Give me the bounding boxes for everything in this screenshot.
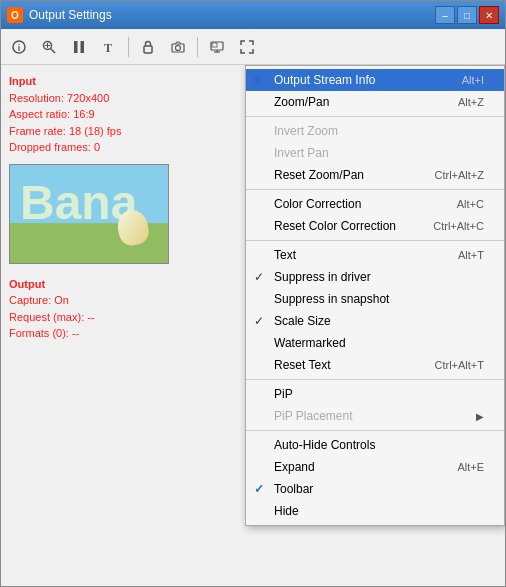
menu-separator-5 bbox=[246, 430, 504, 431]
toolbar-separator-2 bbox=[197, 37, 198, 57]
menu-item-suppress-in-snapshot[interactable]: Suppress in snapshot bbox=[246, 288, 504, 310]
app-icon: O bbox=[7, 7, 23, 23]
menu-item-invert-zoom: Invert Zoom bbox=[246, 120, 504, 142]
menu-item-text[interactable]: Text Alt+T bbox=[246, 244, 504, 266]
info-toolbar-btn[interactable]: i bbox=[5, 34, 33, 60]
svg-rect-7 bbox=[81, 41, 85, 53]
camera-toolbar-btn[interactable] bbox=[164, 34, 192, 60]
bullet-icon bbox=[254, 76, 262, 84]
menu-item-pip[interactable]: PiP bbox=[246, 383, 504, 405]
menu-label-pip-placement: PiP Placement bbox=[274, 409, 476, 423]
svg-rect-15 bbox=[212, 43, 217, 47]
window-controls: – □ ✕ bbox=[435, 6, 499, 24]
check-icon-toolbar: ✓ bbox=[254, 482, 264, 496]
menu-shortcut-output-stream-info: Alt+I bbox=[462, 74, 484, 86]
menu-separator-4 bbox=[246, 379, 504, 380]
menu-item-scale-size[interactable]: ✓ Scale Size bbox=[246, 310, 504, 332]
menu-label-suppress-in-snapshot: Suppress in snapshot bbox=[274, 292, 484, 306]
menu-shortcut-color-correction: Alt+C bbox=[457, 198, 484, 210]
menu-label-expand: Expand bbox=[274, 460, 437, 474]
menu-separator-2 bbox=[246, 189, 504, 190]
check-icon-scale-size: ✓ bbox=[254, 314, 264, 328]
svg-rect-9 bbox=[144, 46, 152, 53]
menu-label-zoom-pan: Zoom/Pan bbox=[274, 95, 438, 109]
text-toolbar-btn[interactable]: T bbox=[95, 34, 123, 60]
menu-label-color-correction: Color Correction bbox=[274, 197, 437, 211]
menu-label-hide: Hide bbox=[274, 504, 484, 518]
menu-label-auto-hide-controls: Auto-Hide Controls bbox=[274, 438, 484, 452]
menu-shortcut-expand: Alt+E bbox=[457, 461, 484, 473]
toolbar-separator-1 bbox=[128, 37, 129, 57]
menu-label-invert-zoom: Invert Zoom bbox=[274, 124, 484, 138]
menu-shortcut-text: Alt+T bbox=[458, 249, 484, 261]
menu-shortcut-zoom-pan: Alt+Z bbox=[458, 96, 484, 108]
check-icon-suppress-driver: ✓ bbox=[254, 270, 264, 284]
menu-item-reset-color-correction[interactable]: Reset Color Correction Ctrl+Alt+C bbox=[246, 215, 504, 237]
svg-point-11 bbox=[176, 45, 181, 50]
window-title: Output Settings bbox=[29, 8, 429, 22]
menu-separator-3 bbox=[246, 240, 504, 241]
menu-item-invert-pan: Invert Pan bbox=[246, 142, 504, 164]
context-menu: Output Stream Info Alt+I Zoom/Pan Alt+Z … bbox=[245, 65, 505, 526]
main-content: Input Resolution: 720x400 Aspect ratio: … bbox=[1, 65, 505, 586]
menu-label-toolbar: Toolbar bbox=[274, 482, 484, 496]
pause-toolbar-btn[interactable] bbox=[65, 34, 93, 60]
main-window: O Output Settings – □ ✕ i T bbox=[0, 0, 506, 587]
menu-item-output-stream-info[interactable]: Output Stream Info Alt+I bbox=[246, 69, 504, 91]
expand-toolbar-btn[interactable] bbox=[233, 34, 261, 60]
menu-label-invert-pan: Invert Pan bbox=[274, 146, 484, 160]
video-preview: Bana bbox=[9, 164, 169, 264]
menu-label-reset-color-correction: Reset Color Correction bbox=[274, 219, 413, 233]
menu-item-reset-zoom-pan[interactable]: Reset Zoom/Pan Ctrl+Alt+Z bbox=[246, 164, 504, 186]
svg-text:i: i bbox=[18, 43, 21, 53]
menu-label-pip: PiP bbox=[274, 387, 484, 401]
menu-shortcut-reset-color-correction: Ctrl+Alt+C bbox=[433, 220, 484, 232]
menu-shortcut-reset-text: Ctrl+Alt+T bbox=[434, 359, 484, 371]
menu-label-output-stream-info: Output Stream Info bbox=[274, 73, 442, 87]
zoom-toolbar-btn[interactable] bbox=[35, 34, 63, 60]
menu-label-scale-size: Scale Size bbox=[274, 314, 484, 328]
menu-label-reset-text: Reset Text bbox=[274, 358, 414, 372]
close-button[interactable]: ✕ bbox=[479, 6, 499, 24]
svg-text:T: T bbox=[104, 41, 112, 54]
menu-label-watermarked: Watermarked bbox=[274, 336, 484, 350]
menu-item-watermarked[interactable]: Watermarked bbox=[246, 332, 504, 354]
lock-toolbar-btn[interactable] bbox=[134, 34, 162, 60]
restore-button[interactable]: □ bbox=[457, 6, 477, 24]
menu-item-pip-placement: PiP Placement ▶ bbox=[246, 405, 504, 427]
menu-label-reset-zoom-pan: Reset Zoom/Pan bbox=[274, 168, 414, 182]
menu-item-suppress-in-driver[interactable]: ✓ Suppress in driver bbox=[246, 266, 504, 288]
submenu-arrow-pip-placement: ▶ bbox=[476, 411, 484, 422]
menu-label-text: Text bbox=[274, 248, 438, 262]
titlebar: O Output Settings – □ ✕ bbox=[1, 1, 505, 29]
minimize-button[interactable]: – bbox=[435, 6, 455, 24]
menu-item-reset-text[interactable]: Reset Text Ctrl+Alt+T bbox=[246, 354, 504, 376]
menu-item-expand[interactable]: Expand Alt+E bbox=[246, 456, 504, 478]
svg-rect-6 bbox=[74, 41, 78, 53]
menu-label-suppress-in-driver: Suppress in driver bbox=[274, 270, 484, 284]
monitor-toolbar-btn[interactable] bbox=[203, 34, 231, 60]
menu-item-hide[interactable]: Hide bbox=[246, 500, 504, 522]
menu-item-auto-hide-controls[interactable]: Auto-Hide Controls bbox=[246, 434, 504, 456]
menu-item-toolbar[interactable]: ✓ Toolbar bbox=[246, 478, 504, 500]
svg-line-3 bbox=[51, 48, 56, 53]
menu-separator-1 bbox=[246, 116, 504, 117]
toolbar: i T bbox=[1, 29, 505, 65]
menu-shortcut-reset-zoom-pan: Ctrl+Alt+Z bbox=[434, 169, 484, 181]
menu-item-zoom-pan[interactable]: Zoom/Pan Alt+Z bbox=[246, 91, 504, 113]
menu-item-color-correction[interactable]: Color Correction Alt+C bbox=[246, 193, 504, 215]
